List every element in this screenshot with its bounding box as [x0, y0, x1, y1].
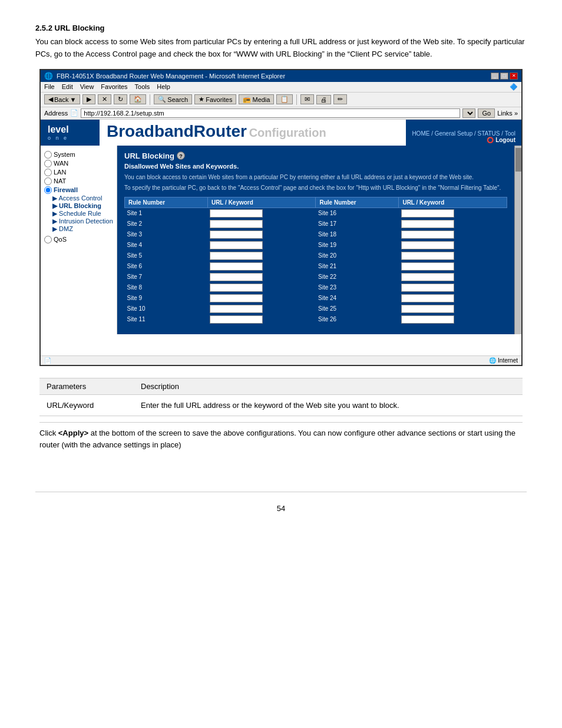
- url-input-right[interactable]: [399, 293, 507, 304]
- url-field-right-10[interactable]: [401, 305, 454, 313]
- url-field-right-9[interactable]: [401, 294, 454, 302]
- url-field-left-2[interactable]: [210, 220, 263, 228]
- sidebar-item-nat[interactable]: NAT: [44, 177, 113, 186]
- url-field-left-6[interactable]: [210, 262, 263, 271]
- url-input-right[interactable]: [399, 282, 507, 293]
- params-col1: Parameters: [39, 378, 134, 394]
- menu-edit[interactable]: Edit: [62, 83, 73, 91]
- url-input-left[interactable]: [207, 272, 316, 282]
- sidebar-item-firewall[interactable]: Firewall: [44, 186, 113, 195]
- url-table-container: Rule Number URL / Keyword Rule Number UR…: [124, 197, 507, 325]
- sidebar-sub-intrusion[interactable]: ▶ Intrusion Detection: [44, 218, 113, 225]
- menu-help[interactable]: Help: [157, 83, 170, 91]
- minimize-btn[interactable]: _: [491, 73, 499, 80]
- history-button[interactable]: 📋: [276, 94, 293, 104]
- url-input-right[interactable]: [399, 261, 507, 272]
- sidebar-sub-access-control[interactable]: ▶ Access Control: [44, 195, 113, 202]
- url-input-right[interactable]: [399, 272, 507, 282]
- url-field-left-7[interactable]: [210, 273, 263, 281]
- sidebar-item-wan[interactable]: WAN: [44, 159, 113, 168]
- menu-tools[interactable]: Tools: [135, 83, 150, 91]
- menu-view[interactable]: View: [80, 83, 94, 91]
- url-input-left[interactable]: [207, 304, 316, 314]
- url-field-right-2[interactable]: [401, 220, 454, 228]
- url-input-left[interactable]: [207, 261, 316, 272]
- site-num-left: Site 10: [125, 304, 208, 314]
- search-button[interactable]: 🔍 Search: [154, 94, 192, 104]
- site-num-right: Site 26: [316, 314, 399, 325]
- table-row: Site 8 Site 23: [125, 282, 507, 293]
- url-input-left[interactable]: [207, 229, 316, 240]
- url-field-left-4[interactable]: [210, 241, 263, 249]
- url-field-right-7[interactable]: [401, 273, 454, 281]
- table-row: Site 6 Site 21: [125, 261, 507, 272]
- url-field-left-8[interactable]: [210, 284, 263, 292]
- home-button[interactable]: 🏠: [130, 94, 146, 104]
- url-field-left-1[interactable]: [210, 209, 263, 218]
- url-field-right-1[interactable]: [401, 209, 454, 218]
- router-header: level o n e BroadbandRouter Configuratio…: [41, 120, 521, 146]
- url-input-right[interactable]: [399, 314, 507, 325]
- site-num-left: Site 3: [125, 229, 208, 240]
- menu-file[interactable]: File: [44, 83, 55, 91]
- url-input-right[interactable]: [399, 240, 507, 251]
- url-input-right[interactable]: [399, 219, 507, 229]
- col-url-2: URL / Keyword: [399, 197, 507, 207]
- url-field-left-9[interactable]: [210, 294, 263, 302]
- url-field-left-11[interactable]: [210, 315, 263, 324]
- url-field-right-11[interactable]: [401, 315, 454, 324]
- url-field-right-3[interactable]: [401, 230, 454, 239]
- back-button[interactable]: ◀ Back ▼: [44, 94, 80, 104]
- go-button[interactable]: Go: [478, 108, 495, 118]
- site-num-right: Site 16: [316, 207, 399, 219]
- address-input[interactable]: [81, 108, 460, 118]
- url-input-right[interactable]: [399, 207, 507, 219]
- url-input-right[interactable]: [399, 251, 507, 261]
- sidebar-sub-schedule-rule[interactable]: ▶ Schedule Rule: [44, 210, 113, 218]
- browser-menubar: File Edit View Favorites Tools Help 🔷: [41, 82, 521, 93]
- url-field-left-3[interactable]: [210, 230, 263, 239]
- url-field-right-4[interactable]: [401, 241, 454, 249]
- url-input-left[interactable]: [207, 207, 316, 219]
- sidebar-sub-url-blocking[interactable]: ▶ URL Blocking: [44, 202, 113, 210]
- stop-button[interactable]: ✕: [98, 94, 111, 104]
- media-button[interactable]: 📻 Media: [239, 94, 274, 104]
- restore-btn[interactable]: □: [500, 73, 508, 80]
- url-field-left-5[interactable]: [210, 252, 263, 260]
- url-input-left[interactable]: [207, 314, 316, 325]
- address-dropdown[interactable]: [462, 108, 475, 118]
- url-field-left-10[interactable]: [210, 305, 263, 313]
- internet-zone: 🌐 Internet: [489, 357, 518, 364]
- browser-titlebar: 🌐 FBR-14051X Broadband Router Web Manage…: [41, 70, 521, 82]
- favorites-button[interactable]: ★ Favorites: [194, 94, 236, 104]
- logout-link[interactable]: ⭕ Logout: [487, 137, 515, 143]
- url-input-right[interactable]: [399, 304, 507, 314]
- sidebar-sub-dmz[interactable]: ▶ DMZ: [44, 225, 113, 233]
- scrollbar-thumb[interactable]: [515, 148, 521, 172]
- sidebar-label-wan: WAN: [54, 160, 68, 167]
- close-btn[interactable]: ✕: [510, 73, 518, 80]
- url-input-left[interactable]: [207, 293, 316, 304]
- separator-2: [296, 94, 297, 105]
- url-field-right-8[interactable]: [401, 284, 454, 292]
- url-input-left[interactable]: [207, 240, 316, 251]
- url-field-right-6[interactable]: [401, 262, 454, 271]
- url-input-left[interactable]: [207, 219, 316, 229]
- scrollbar[interactable]: [514, 146, 521, 334]
- refresh-button[interactable]: ↻: [114, 94, 127, 104]
- sidebar-item-qos[interactable]: QoS: [44, 235, 113, 244]
- sidebar-item-system[interactable]: System: [44, 150, 113, 159]
- url-input-left[interactable]: [207, 251, 316, 261]
- info-button[interactable]: ?: [177, 151, 185, 160]
- section-number: 2.5.2: [35, 24, 52, 32]
- forward-button[interactable]: ▶: [82, 94, 95, 104]
- edit-button[interactable]: ✏: [333, 94, 347, 104]
- mail-button[interactable]: ✉: [300, 94, 314, 104]
- table-row: Site 2 Site 17: [125, 219, 507, 229]
- sidebar-item-lan[interactable]: LAN: [44, 168, 113, 177]
- url-input-right[interactable]: [399, 229, 507, 240]
- url-field-right-5[interactable]: [401, 252, 454, 260]
- url-input-left[interactable]: [207, 282, 316, 293]
- menu-favorites[interactable]: Favorites: [101, 83, 127, 91]
- print-button[interactable]: 🖨: [316, 95, 331, 104]
